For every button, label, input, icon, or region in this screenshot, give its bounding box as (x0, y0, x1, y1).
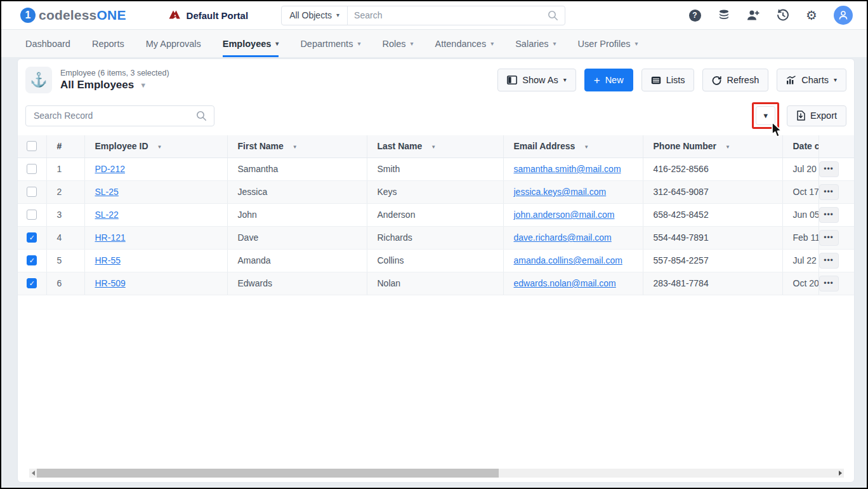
table-row: 2SL-25JessicaKeysjessica.keys@mail.com31… (18, 180, 855, 203)
tab-label: Employees (223, 39, 272, 49)
sort-filter-icon[interactable]: ▼ (431, 144, 436, 150)
scroll-left-arrow[interactable] (29, 469, 37, 478)
email-link[interactable]: john.anderson@mail.com (514, 210, 615, 220)
date-cell: Jun 05 (782, 203, 819, 226)
column-header-select (18, 135, 46, 157)
tab-dashboard[interactable]: Dashboard (25, 30, 70, 57)
email-link[interactable]: edwards.nolan@mail.com (514, 278, 616, 288)
tab-label: User Profiles (578, 39, 631, 49)
highlight-box: ▼ (752, 102, 779, 129)
column-header-phone[interactable]: Phone Number▼ (643, 135, 782, 157)
column-header-employee_id[interactable]: Employee ID▼ (84, 135, 227, 157)
column-header-first_name[interactable]: First Name▼ (227, 135, 367, 157)
employee-id-link[interactable]: HR-509 (95, 278, 126, 288)
first-name-cell: John (227, 203, 367, 226)
date-cell: Jul 20 (782, 157, 819, 180)
row-actions-button[interactable]: ••• (819, 276, 839, 291)
table-row: ✓5HR-55AmandaCollinsamanda.collins@email… (18, 249, 855, 272)
scrollbar-thumb[interactable] (37, 469, 499, 478)
table-row: 3SL-22JohnAndersonjohn.anderson@mail.com… (18, 203, 855, 226)
row-actions-button[interactable]: ••• (819, 161, 839, 177)
column-header-email[interactable]: Email Address▼ (503, 135, 643, 157)
add-user-icon[interactable] (746, 8, 760, 22)
row-checkbox[interactable]: ✓ (27, 278, 37, 288)
tab-label: Attendances (435, 39, 487, 49)
chevron-down-icon: ▾ (275, 41, 279, 47)
context-label: Employee (6 items, 3 selected) (60, 69, 169, 77)
row-checkbox[interactable] (27, 210, 37, 220)
date-cell: Oct 17 (782, 180, 819, 203)
tab-reports[interactable]: Reports (92, 30, 124, 57)
tab-user-profiles[interactable]: User Profiles▾ (578, 30, 638, 57)
email-link[interactable]: samantha.smith@mail.com (514, 164, 621, 174)
sort-filter-icon[interactable]: ▼ (584, 144, 589, 150)
app-logo[interactable]: 1 codelessONE (20, 8, 126, 23)
row-checkbox[interactable] (27, 187, 37, 197)
employee-id-link[interactable]: PD-212 (95, 164, 125, 174)
main-nav: DashboardReportsMy ApprovalsEmployees▾De… (1, 30, 867, 57)
sort-filter-icon[interactable]: ▼ (725, 144, 730, 150)
employee-id-link[interactable]: HR-121 (95, 232, 126, 243)
column-label: Phone Number (654, 141, 717, 151)
date-cell: Oct 20 (782, 272, 819, 295)
export-button[interactable]: Export (787, 105, 846, 126)
column-label: Date c (793, 141, 819, 151)
email-link[interactable]: amanda.collins@email.com (514, 255, 622, 265)
record-search-input[interactable] (26, 111, 196, 121)
show-as-button[interactable]: Show As▾ (497, 69, 575, 91)
employee-id-link[interactable]: SL-25 (95, 187, 119, 197)
database-icon[interactable] (717, 8, 731, 22)
tab-label: Roles (382, 39, 405, 49)
table-row: ✓6HR-509EdwardsNolanedwards.nolan@mail.c… (18, 272, 855, 295)
row-actions-button[interactable]: ••• (819, 207, 839, 223)
app-window: 1 codelessONE Default Portal All Objects… (0, 0, 868, 489)
view-selector[interactable]: All Employees ▼ (60, 79, 169, 91)
new-button[interactable]: + New (584, 69, 633, 91)
history-icon[interactable] (775, 8, 789, 22)
employee-id-link[interactable]: SL-22 (95, 210, 119, 220)
avatar[interactable] (834, 6, 853, 25)
date-cell: Feb 11 (782, 226, 819, 249)
row-checkbox[interactable] (27, 164, 37, 174)
portal-name: Default Portal (187, 10, 249, 21)
charts-button[interactable]: Charts▾ (777, 69, 846, 91)
tab-salaries[interactable]: Salaries▾ (515, 30, 556, 57)
global-search-input[interactable] (348, 10, 548, 20)
refresh-button[interactable]: Refresh (702, 69, 768, 91)
first-name-cell: Dave (227, 226, 367, 249)
phone-cell: 658-425-8452 (643, 203, 782, 226)
row-actions-button[interactable]: ••• (819, 184, 839, 200)
last-name-cell: Keys (367, 180, 503, 203)
column-label: Employee ID (95, 141, 148, 151)
logo-icon: 1 (20, 8, 36, 23)
select-all-checkbox[interactable] (27, 141, 37, 151)
column-header-last_name[interactable]: Last Name▼ (367, 135, 503, 157)
settings-icon[interactable]: ⚙ (805, 8, 819, 22)
sort-filter-icon[interactable]: ▼ (157, 144, 162, 150)
employee-id-link[interactable]: HR-55 (95, 255, 121, 265)
object-filter-select[interactable]: All Objects ▾ (282, 6, 348, 25)
tab-my-approvals[interactable]: My Approvals (146, 30, 201, 57)
tab-attendances[interactable]: Attendances▾ (435, 30, 494, 57)
email-link[interactable]: dave.richards@mail.com (514, 232, 612, 243)
help-icon[interactable]: ? (688, 8, 702, 22)
row-checkbox[interactable]: ✓ (27, 255, 37, 265)
portal-switcher[interactable]: Default Portal (168, 9, 249, 22)
chevron-down-icon: ▾ (336, 12, 339, 18)
anchor-icon[interactable]: ⚓ (25, 67, 52, 93)
horizontal-scrollbar[interactable] (29, 469, 844, 478)
email-link[interactable]: jessica.keys@mail.com (514, 187, 607, 197)
row-checkbox[interactable]: ✓ (27, 232, 37, 243)
phone-cell: 554-449-7891 (643, 226, 782, 249)
scroll-right-arrow[interactable] (836, 469, 844, 478)
row-actions-button[interactable]: ••• (819, 253, 839, 269)
tab-label: My Approvals (146, 39, 201, 49)
tab-departments[interactable]: Departments▾ (300, 30, 360, 57)
row-actions-button[interactable]: ••• (819, 230, 839, 246)
lists-button[interactable]: Lists (641, 69, 695, 91)
last-name-cell: Smith (367, 157, 503, 180)
tab-employees[interactable]: Employees▾ (223, 30, 279, 57)
tab-roles[interactable]: Roles▾ (382, 30, 413, 57)
export-controls: ▼ Export (752, 102, 846, 129)
sort-filter-icon[interactable]: ▼ (293, 144, 298, 150)
